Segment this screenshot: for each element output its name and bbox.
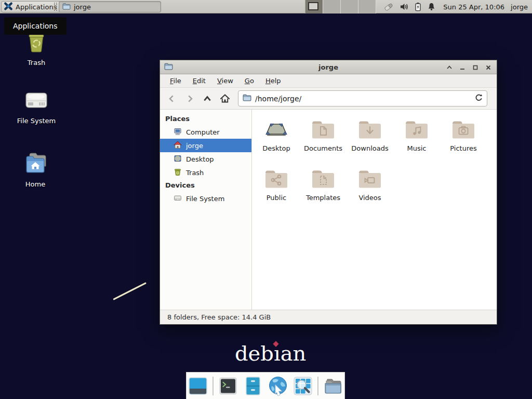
sidebar-item-trash[interactable]: Trash xyxy=(160,166,251,179)
desktop-icon-label: File System xyxy=(17,117,56,125)
web-browser-launcher-icon[interactable] xyxy=(268,376,288,396)
sidebar-devices-header: Devices xyxy=(160,179,251,192)
debian-logo: debıan xyxy=(235,341,306,366)
statusbar-text: 8 folders, Free space: 14.4 GiB xyxy=(167,313,271,321)
public-folder-icon xyxy=(264,166,289,192)
file-item-label: Public xyxy=(267,194,286,202)
debian-logo-text-pre: deb xyxy=(235,341,274,365)
sidebar-places-header: Places xyxy=(160,113,251,125)
sidebar-item-label: jorge xyxy=(186,142,203,150)
bottom-dock xyxy=(186,372,345,399)
sidebar: Places Computer xyxy=(160,110,252,310)
terminal-launcher-icon[interactable] xyxy=(218,376,238,396)
desktop-icon-label: Home xyxy=(25,180,45,188)
file-grid: Desktop Documents xyxy=(252,110,497,310)
minimize-window-button[interactable] xyxy=(459,64,466,71)
notification-bell-icon[interactable] xyxy=(427,2,436,11)
workspace-switcher xyxy=(305,0,376,14)
drive-icon xyxy=(174,194,182,204)
file-item-documents[interactable]: Documents xyxy=(300,117,347,166)
window-titlebar[interactable]: jorge xyxy=(160,60,497,74)
applications-menu-label: Applications xyxy=(16,3,57,11)
directory-menu-icon[interactable] xyxy=(323,376,343,396)
desktop: { "panel": { "applications_button": "App… xyxy=(0,0,532,399)
pictures-folder-icon xyxy=(451,117,476,143)
reload-icon[interactable] xyxy=(475,94,483,103)
file-item-label: Documents xyxy=(304,144,342,152)
screen-artifact-line xyxy=(113,282,147,300)
file-manager-window: jorge File Edit View Go Help xyxy=(159,60,497,325)
hard-drive-icon xyxy=(24,88,49,114)
applications-menu-icon xyxy=(4,2,13,12)
panel-handle[interactable] xyxy=(54,3,57,11)
system-tray xyxy=(383,2,436,11)
applications-menu-button[interactable]: Applications xyxy=(1,1,62,12)
top-panel: Applications jorge xyxy=(0,0,532,14)
file-item-pictures[interactable]: Pictures xyxy=(440,117,487,166)
file-item-templates[interactable]: Templates xyxy=(300,166,347,216)
file-manager-launcher-icon[interactable] xyxy=(243,376,263,396)
debian-logo-text-post: an xyxy=(281,341,307,365)
menu-view[interactable]: View xyxy=(212,75,238,86)
sidebar-item-jorge[interactable]: jorge xyxy=(160,139,251,152)
dock-separator xyxy=(317,377,318,395)
forward-button[interactable] xyxy=(181,91,198,107)
sidebar-item-label: Trash xyxy=(186,169,204,177)
sidebar-item-computer[interactable]: Computer xyxy=(160,125,251,139)
workspace-3[interactable] xyxy=(341,0,358,14)
back-button[interactable] xyxy=(163,91,181,107)
menu-edit[interactable]: Edit xyxy=(188,75,210,86)
sidebar-item-label: Computer xyxy=(186,128,220,136)
window-toolbar: /home/jorge/ xyxy=(160,88,497,110)
window-controls xyxy=(446,60,491,74)
workspace-window-thumb xyxy=(308,2,318,10)
home-button[interactable] xyxy=(216,91,234,107)
path-folder-icon xyxy=(243,94,251,103)
panel-user-label[interactable]: jorge xyxy=(511,3,528,11)
show-desktop-icon[interactable] xyxy=(188,376,208,396)
file-item-label: Videos xyxy=(358,194,381,202)
path-input[interactable]: /home/jorge/ xyxy=(255,95,471,103)
taskbar-folder-icon xyxy=(62,3,71,11)
path-bar[interactable]: /home/jorge/ xyxy=(238,90,487,107)
file-item-videos[interactable]: Videos xyxy=(347,166,393,216)
statusbar: 8 folders, Free space: 14.4 GiB xyxy=(160,310,497,324)
desktop-icon-filesystem[interactable]: File System xyxy=(12,88,60,125)
sidebar-item-label: Desktop xyxy=(186,155,214,163)
computer-icon xyxy=(174,127,182,137)
app-finder-launcher-icon[interactable] xyxy=(292,376,313,396)
file-item-public[interactable]: Public xyxy=(253,166,300,216)
close-window-button[interactable] xyxy=(485,64,491,71)
workspace-1[interactable] xyxy=(305,0,323,14)
home-folder-icon xyxy=(22,151,48,178)
sidebar-item-file-system[interactable]: File System xyxy=(160,192,251,205)
maximize-window-button[interactable] xyxy=(472,64,478,71)
battery-charging-icon[interactable] xyxy=(415,2,421,11)
file-item-downloads[interactable]: Downloads xyxy=(347,117,393,166)
shade-window-button[interactable] xyxy=(446,64,453,71)
input-device-icon[interactable] xyxy=(383,2,394,11)
taskbar-window-label: jorge xyxy=(74,3,91,11)
menu-help[interactable]: Help xyxy=(261,75,286,86)
desktop-workspace-icon xyxy=(264,117,289,143)
downloads-folder-icon xyxy=(357,117,382,143)
menu-go[interactable]: Go xyxy=(240,75,259,86)
panel-clock[interactable]: Sun 25 Apr, 10:06 xyxy=(443,3,504,11)
volume-icon[interactable] xyxy=(400,2,409,11)
file-item-label: Desktop xyxy=(262,144,290,152)
workspace-2[interactable] xyxy=(323,0,341,14)
desktop-icon-home[interactable]: Home xyxy=(11,151,59,188)
menu-file[interactable]: File xyxy=(165,75,186,86)
templates-folder-icon xyxy=(311,166,336,192)
file-item-label: Downloads xyxy=(351,144,388,152)
desktop-icon-label: Trash xyxy=(28,59,45,66)
applications-tooltip: Applications xyxy=(4,17,66,35)
taskbar-window-button[interactable]: jorge xyxy=(59,1,161,12)
window-menubar: File Edit View Go Help xyxy=(160,74,497,88)
up-button[interactable] xyxy=(198,91,216,107)
sidebar-item-desktop[interactable]: Desktop xyxy=(160,152,251,166)
file-item-desktop[interactable]: Desktop xyxy=(253,117,300,166)
file-item-music[interactable]: Music xyxy=(393,117,440,166)
workspace-4[interactable] xyxy=(358,0,376,14)
file-item-label: Pictures xyxy=(450,144,476,152)
